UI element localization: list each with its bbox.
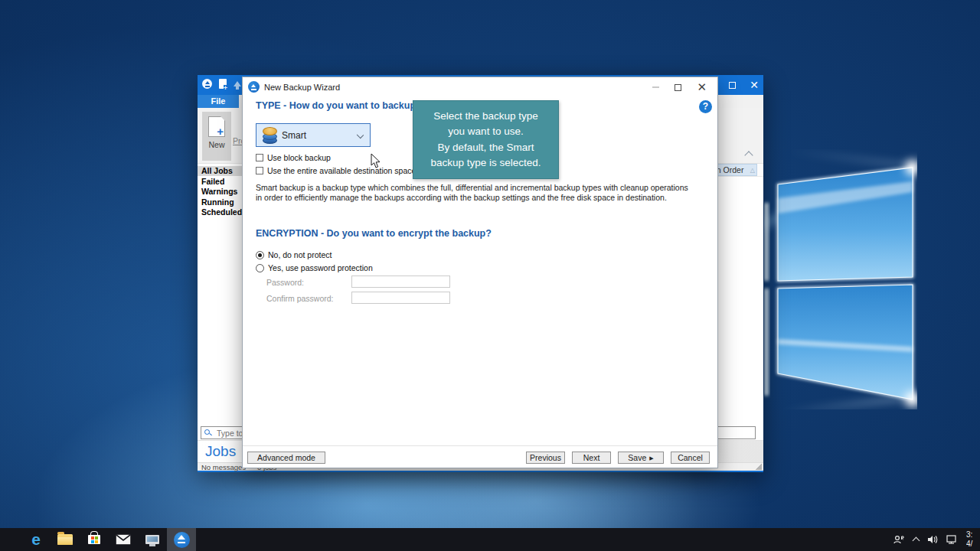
smart-backup-icon [262, 127, 279, 145]
quick-new-document-icon[interactable] [219, 79, 227, 89]
sort-ascending-icon: △ [750, 165, 755, 176]
previous-button[interactable]: Previous [526, 452, 565, 464]
tray-clock[interactable]: 3: 4/ [966, 530, 980, 549]
taskbar-backup-app-icon-active[interactable] [167, 528, 196, 551]
backup-type-dropdown[interactable]: Smart [256, 123, 371, 147]
radio-password-protection[interactable]: Yes, use password protection [256, 263, 373, 272]
save-button[interactable]: Save▶ [618, 452, 664, 464]
help-icon[interactable]: ? [699, 100, 712, 113]
checkbox-box[interactable] [256, 154, 263, 161]
mouse-cursor [371, 154, 381, 169]
confirm-password-input[interactable] [351, 292, 450, 304]
chevron-down-icon [357, 132, 364, 139]
taskbar-mail-icon[interactable] [109, 528, 138, 551]
wizard-maximize-button[interactable] [675, 84, 681, 91]
wizard-titlebar[interactable]: New Backup Wizard ✕ [243, 77, 717, 97]
smart-backup-description: Smart backup is a backup type which comb… [256, 183, 691, 202]
password-input[interactable] [351, 276, 450, 288]
radio-no-protect[interactable]: No, do not protect [256, 250, 332, 259]
collapse-ribbon-icon[interactable] [746, 150, 753, 157]
tray-network-icon[interactable] [946, 535, 958, 544]
new-job-button[interactable]: New [202, 112, 231, 161]
backup-type-value: Smart [282, 130, 306, 141]
next-button[interactable]: Next [572, 452, 611, 464]
password-label: Password: [266, 278, 304, 287]
cancel-button[interactable]: Cancel [671, 452, 710, 464]
wizard-close-button[interactable]: ✕ [697, 82, 707, 93]
wizard-minimize-button [652, 86, 659, 88]
quick-up-arrow-icon[interactable] [234, 81, 241, 86]
radio-circle[interactable] [256, 264, 264, 272]
wizard-app-icon [248, 81, 260, 93]
use-entire-space-checkbox[interactable]: Use the entire available destination spa… [256, 166, 416, 175]
footer-separator [243, 445, 717, 446]
app-maximize-button[interactable] [729, 82, 736, 89]
confirm-password-label: Confirm password: [266, 294, 334, 303]
taskbar-store-icon[interactable] [80, 528, 109, 551]
status-messages: No messages [201, 463, 246, 471]
wizard-title: New Backup Wizard [264, 83, 340, 92]
new-backup-wizard-dialog: New Backup Wizard ✕ TYPE - How do you wa… [242, 77, 718, 468]
encryption-section-heading: ENCRYPTION - Do you want to encrypt the … [256, 228, 492, 239]
tray-people-icon[interactable] [893, 535, 904, 544]
app-close-button[interactable]: ✕ [750, 80, 759, 90]
tray-volume-icon[interactable] [927, 535, 938, 544]
desktop: ✕ File New Prop on Order △ All Jobs Fail… [0, 0, 980, 551]
taskbar: e [0, 528, 980, 551]
checkbox-box[interactable] [256, 167, 263, 174]
resize-grip[interactable] [756, 464, 762, 470]
advanced-mode-button[interactable]: Advanced mode [247, 452, 325, 464]
tray-show-hidden-icons[interactable] [913, 536, 919, 543]
taskbar-edge-icon[interactable]: e [21, 528, 51, 551]
type-section-heading: TYPE - How do you want to backup? [256, 100, 422, 111]
use-block-backup-checkbox[interactable]: Use block backup [256, 153, 331, 162]
save-split-arrow-icon: ▶ [649, 455, 653, 461]
backup-type-tooltip: Select the backup type you want to use. … [413, 100, 559, 179]
taskbar-system-app-icon[interactable] [138, 528, 167, 551]
jobs-view-tab[interactable]: Jobs [205, 443, 236, 460]
search-icon [204, 429, 210, 435]
app-logo-icon [202, 79, 212, 89]
file-tab[interactable]: File [198, 95, 239, 108]
taskbar-file-explorer-icon[interactable] [51, 528, 80, 551]
new-document-icon [208, 116, 225, 137]
wallpaper-windows-logo [764, 149, 917, 409]
radio-circle[interactable] [256, 251, 264, 259]
